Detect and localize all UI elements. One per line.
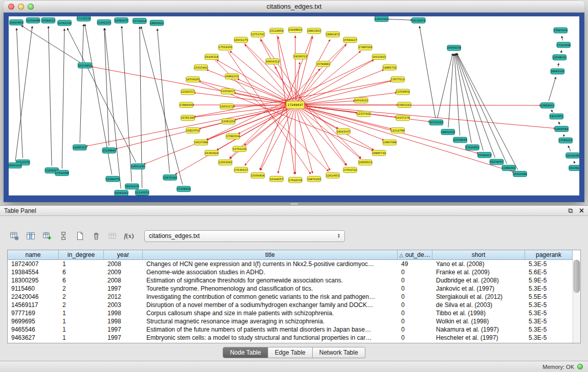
graph-node[interactable]: 12242017 <box>181 89 194 95</box>
graph-node[interactable]: 16093241 <box>115 190 128 195</box>
graph-node[interactable]: 12549031 <box>553 55 567 60</box>
graph-node[interactable]: 18109234 <box>569 165 579 171</box>
column-header-pagerank[interactable]: pagerank <box>525 250 573 260</box>
graph-node[interactable]: 17485324 <box>358 45 372 50</box>
network-window-titlebar[interactable]: citations_edges.txt <box>4 1 584 13</box>
graph-node[interactable]: 15315462 <box>194 64 208 70</box>
column-header-title[interactable]: title <box>143 250 398 260</box>
graph-node[interactable]: 15876342 <box>163 174 177 180</box>
merge-rows-button[interactable] <box>56 229 71 243</box>
table-row[interactable]: 1456911722003Disruption of a novel membe… <box>8 301 573 309</box>
graph-node[interactable]: 11984302 <box>502 165 516 171</box>
graph-node[interactable]: 15239840 <box>102 148 116 154</box>
graph-node[interactable]: 17877513 <box>391 77 405 82</box>
graph-node[interactable]: 16781345 <box>181 115 194 121</box>
graph-node[interactable]: 16584210 <box>41 17 55 23</box>
graph-node[interactable]: 12107442 <box>357 111 371 117</box>
graph-node[interactable]: 17093215 <box>559 138 573 143</box>
graph-node[interactable]: 17430952 <box>465 145 479 150</box>
table-scrollbar[interactable] <box>573 259 580 343</box>
graph-node[interactable]: 15092413 <box>477 152 491 158</box>
graph-node[interactable]: 19861910 <box>307 28 321 34</box>
select-columns-button[interactable] <box>24 229 38 243</box>
tab-edge-table[interactable]: Edge Table <box>268 347 313 358</box>
graph-node[interactable]: 15923104 <box>554 28 568 33</box>
graph-node[interactable]: 14561230 <box>131 164 145 169</box>
graph-node[interactable]: 19336512 <box>294 54 308 59</box>
column-header-in_degree[interactable]: in_degree <box>59 250 104 260</box>
graph-node[interactable]: 12563061 <box>219 160 232 165</box>
graph-node[interactable]: 19234057 <box>490 159 504 165</box>
graph-node[interactable]: 12753741 <box>251 32 265 37</box>
graph-node[interactable]: 14295310 <box>73 145 86 150</box>
graph-node[interactable]: 12214789 <box>391 128 405 134</box>
new-table-button[interactable] <box>73 229 87 243</box>
column-header-out_degree[interactable]: △out_de… <box>398 250 432 260</box>
graph-node[interactable]: 18952304 <box>441 129 455 135</box>
edit-columns-button[interactable] <box>40 229 54 243</box>
graph-node[interactable]: 14985732 <box>383 64 397 70</box>
graph-node[interactable]: 15584227 <box>343 37 357 43</box>
table-row[interactable]: 946362711997Embryonic stem cells: a mode… <box>8 334 573 342</box>
column-header-short[interactable]: short <box>432 250 525 260</box>
tab-network-table[interactable]: Network Table <box>313 347 365 358</box>
graph-node[interactable]: 10967099 <box>383 140 397 145</box>
import-table-button[interactable] <box>105 229 120 243</box>
graph-node[interactable]: 17209431 <box>177 186 191 192</box>
graph-node[interactable]: 16959503 <box>358 160 372 165</box>
graph-node[interactable]: 17554300 <box>219 45 232 50</box>
graph-node[interactable]: 15732014 <box>133 18 146 24</box>
graph-node[interactable]: 17081504 <box>226 134 240 139</box>
graph-node[interactable]: 16649910 <box>289 27 302 33</box>
graph-node[interactable]: 14704183 <box>186 77 200 82</box>
table-row[interactable]: 1830029562008Estimation of significance … <box>8 276 573 285</box>
graph-node[interactable]: 13354017 <box>221 89 235 94</box>
graph-node[interactable]: 12930584 <box>555 126 569 132</box>
table-row[interactable]: 946554611997Estimation of the future num… <box>8 325 573 334</box>
graph-node[interactable]: 15124854 <box>270 28 284 34</box>
graph-node[interactable]: 14093475 <box>115 17 128 23</box>
graph-node[interactable]: 16014121 <box>354 98 368 103</box>
table-selector[interactable]: citations_edges.txt ▲▼ <box>144 230 345 242</box>
graph-node[interactable]: 17642019 <box>289 177 302 183</box>
close-panel-icon[interactable]: × <box>579 207 584 214</box>
graph-node[interactable]: 17054722 <box>343 167 357 173</box>
graph-node[interactable]: 18130474 <box>411 17 425 23</box>
graph-node[interactable]: 15784981 <box>316 61 330 67</box>
table-row[interactable]: 977716911998Corpus callosum shape and si… <box>8 309 573 317</box>
table-row[interactable]: 2242004622012Investigating the contribut… <box>8 293 573 301</box>
graph-node[interactable]: 18332105 <box>125 184 139 189</box>
graph-node[interactable]: 14527699 <box>194 140 208 145</box>
network-canvas[interactable]: 1724943715950242161572781221478910967099… <box>9 16 579 195</box>
graph-node[interactable]: 10741530 <box>58 20 72 26</box>
graph-node[interactable]: 11143252 <box>135 190 149 195</box>
graph-node[interactable]: 12390675 <box>106 176 120 182</box>
graph-node[interactable]: 16234095 <box>566 152 579 158</box>
table-row[interactable]: 911546021997Tourette syndrome. Phenomeno… <box>8 285 573 293</box>
graph-node[interactable]: 14976183 <box>307 176 321 182</box>
graph-node[interactable]: 15950242 <box>398 102 411 108</box>
graph-node[interactable]: 16023410 <box>372 54 386 60</box>
graph-node[interactable]: 14230951 <box>550 114 563 119</box>
graph-node[interactable]: 18854321 <box>150 20 164 26</box>
graph-node[interactable]: 12610342 <box>375 16 388 21</box>
graph-node[interactable]: 18985734 <box>372 150 386 156</box>
graph-node[interactable]: 18301175 <box>234 37 248 43</box>
graph-node[interactable]: 17636527 <box>234 167 248 173</box>
graph-node[interactable]: 16761234 <box>233 146 247 152</box>
graph-node[interactable]: 12081254 <box>222 119 235 124</box>
graph-node[interactable]: 16157278 <box>396 115 410 121</box>
graph-node[interactable]: 17210439 <box>557 42 571 48</box>
graph-node[interactable]: 17542098 <box>55 170 69 176</box>
graph-node[interactable]: 18320954 <box>9 19 23 25</box>
column-settings-button[interactable] <box>7 229 21 243</box>
graph-node[interactable]: 15650172 <box>220 104 234 110</box>
graph-node[interactable]: 17135278 <box>77 16 91 21</box>
tab-node-table[interactable]: Node Table <box>223 347 268 358</box>
scrollbar-thumb[interactable] <box>574 260 580 293</box>
graph-node[interactable]: 15958412 <box>540 103 554 108</box>
graph-node[interactable]: 15823754 <box>186 128 200 134</box>
graph-node[interactable]: 19458234 <box>447 45 461 51</box>
graph-node[interactable]: 16436318 <box>205 54 219 60</box>
graph-node[interactable]: 18243037 <box>337 128 351 134</box>
